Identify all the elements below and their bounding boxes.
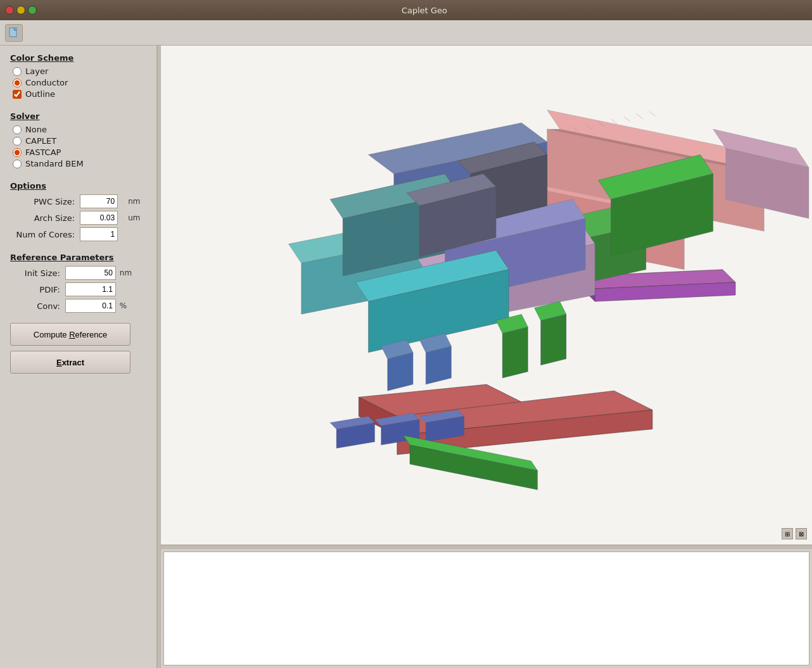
solver-caplet-option[interactable]: CAPLET — [13, 136, 146, 146]
color-conductor-radio[interactable] — [13, 79, 22, 87]
pwc-size-label: PWC Size: — [10, 197, 77, 206]
extract-button[interactable]: Extract — [10, 351, 130, 374]
num-cores-label: Num of Cores: — [10, 230, 77, 239]
num-cores-input[interactable] — [80, 227, 118, 241]
color-layer-radio[interactable] — [13, 67, 22, 76]
toolbar — [0, 20, 812, 46]
ref-params-title: Reference Parameters — [10, 253, 146, 262]
arch-size-label: Arch Size: — [10, 213, 77, 223]
maximize-button[interactable] — [28, 6, 37, 15]
conv-unit: % — [118, 301, 146, 310]
solver-title: Solver — [10, 111, 146, 121]
title-bar: Caplet Geo — [0, 0, 812, 20]
minimize-button[interactable] — [16, 6, 25, 15]
svg-marker-43 — [541, 314, 566, 365]
main-content: Color Scheme Layer Conductor Outline — [0, 46, 812, 668]
pwc-size-unit: nm — [127, 197, 146, 206]
solver-none-label: None — [25, 125, 47, 134]
color-layer-label: Layer — [25, 66, 48, 76]
options-title: Options — [10, 181, 146, 191]
svg-marker-37 — [388, 353, 413, 391]
color-outline-checkbox[interactable] — [13, 90, 22, 99]
svg-marker-39 — [426, 346, 451, 384]
solver-fastcap-radio[interactable] — [13, 148, 22, 157]
solver-standardbem-radio[interactable] — [13, 160, 22, 168]
viewport-close-button[interactable]: ⊠ — [796, 528, 807, 539]
solver-group: None CAPLET FASTCAP Standard BEM — [10, 125, 146, 168]
init-size-unit: nm — [118, 268, 146, 277]
window-controls[interactable] — [5, 6, 37, 15]
log-area[interactable] — [163, 551, 809, 665]
close-button[interactable] — [5, 6, 14, 15]
init-size-input[interactable] — [65, 266, 116, 280]
compute-reference-button[interactable]: Compute Reference — [10, 323, 130, 346]
ref-params-grid: Init Size: nm PDIF: Conv: % — [10, 266, 146, 313]
viewport-expand-button[interactable]: ⊞ — [782, 528, 793, 539]
3d-visualization — [161, 46, 812, 545]
left-panel: Color Scheme Layer Conductor Outline — [0, 46, 157, 668]
init-size-label: Init Size: — [10, 268, 63, 278]
color-conductor-option[interactable]: Conductor — [13, 78, 146, 87]
solver-fastcap-label: FASTCAP — [25, 148, 61, 157]
horizontal-divider[interactable] — [161, 545, 812, 549]
right-area: ⊞ ⊠ — [161, 46, 812, 668]
color-scheme-group: Layer Conductor Outline — [10, 66, 146, 99]
color-conductor-label: Conductor — [25, 78, 68, 87]
arch-size-input[interactable] — [80, 211, 118, 225]
svg-marker-41 — [502, 327, 528, 378]
solver-caplet-radio[interactable] — [13, 137, 22, 146]
window-title: Caplet Geo — [42, 6, 807, 15]
color-outline-option[interactable]: Outline — [13, 89, 146, 99]
pwc-size-input[interactable] — [80, 194, 118, 208]
color-scheme-title: Color Scheme — [10, 53, 146, 63]
solver-fastcap-option[interactable]: FASTCAP — [13, 148, 146, 157]
color-layer-option[interactable]: Layer — [13, 66, 146, 76]
arch-size-unit: um — [127, 213, 146, 222]
solver-standardbem-label: Standard BEM — [25, 159, 84, 168]
viewport-controls: ⊞ ⊠ — [782, 528, 807, 539]
pdif-input[interactable] — [65, 282, 116, 296]
file-icon[interactable] — [5, 24, 23, 42]
conv-input[interactable] — [65, 299, 116, 313]
color-outline-label: Outline — [25, 89, 55, 99]
3d-viewport[interactable]: ⊞ ⊠ — [161, 46, 812, 545]
solver-none-option[interactable]: None — [13, 125, 146, 134]
app-window: Color Scheme Layer Conductor Outline — [0, 20, 812, 668]
solver-none-radio[interactable] — [13, 125, 22, 134]
solver-standardbem-option[interactable]: Standard BEM — [13, 159, 146, 168]
pdif-label: PDIF: — [10, 285, 63, 294]
conv-label: Conv: — [10, 301, 63, 311]
solver-caplet-label: CAPLET — [25, 136, 56, 146]
options-grid: PWC Size: nm Arch Size: um Num of Cores: — [10, 194, 146, 241]
